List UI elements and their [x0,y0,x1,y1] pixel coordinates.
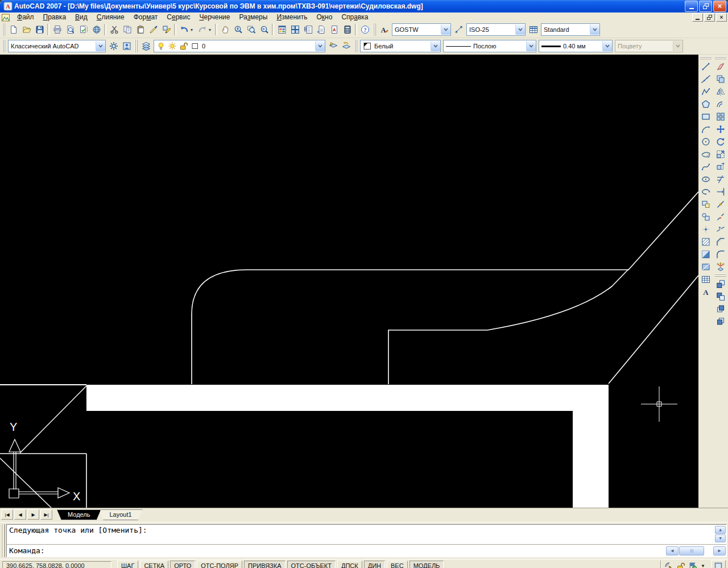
my-workspace-button[interactable] [120,40,133,52]
mdi-minimize-button[interactable] [692,13,703,22]
cut-button[interactable] [107,23,121,36]
polygon-button[interactable] [699,98,713,110]
undo-button[interactable] [177,23,191,36]
save-button[interactable] [33,23,46,36]
copy-button[interactable] [714,73,727,85]
scale-button[interactable] [714,148,727,160]
lineweight-combo[interactable]: 0.40 мм [539,40,613,52]
table-button[interactable] [699,273,713,286]
chevron-down-icon[interactable] [526,41,536,51]
chevron-down-icon[interactable] [515,24,525,35]
redo-button[interactable] [196,23,209,36]
chevron-down-icon[interactable] [96,41,105,51]
toggle-ДПСК[interactable]: ДПСК [337,561,362,568]
tray-menu-arrow[interactable]: ▼ [700,563,706,568]
tab-model[interactable]: Модель [57,509,101,520]
workspace-settings-button[interactable] [107,40,120,52]
match-properties-button[interactable] [147,23,160,36]
tab-layout1[interactable]: Layout1 [98,509,142,520]
toolbar-grip[interactable] [373,23,376,36]
close-button[interactable]: × [713,1,726,12]
scroll-up-button[interactable]: ▲ [715,526,726,534]
toggle-ОТС-ПОЛЯР[interactable]: ОТС-ПОЛЯР [197,561,242,568]
region-button[interactable] [699,261,713,273]
mdi-close-button[interactable]: × [716,13,727,22]
toggle-СЕТКА[interactable]: СЕТКА [140,561,168,568]
publish-button[interactable] [77,23,90,36]
text-style-combo[interactable]: GOSTW [392,23,451,36]
extend-button[interactable] [714,186,727,198]
dim-style-button[interactable] [452,23,465,36]
scroll-left-button[interactable]: ◀ [666,546,679,555]
pan-realtime-button[interactable] [218,23,231,36]
dim-style-combo[interactable]: ISO-25 [466,23,526,36]
polyline-button[interactable] [699,85,713,98]
erase-button[interactable] [714,60,727,73]
toggle-ОРТО[interactable]: ОРТО [170,561,195,568]
layer-properties-button[interactable] [139,40,152,52]
copy-clip-button[interactable] [121,23,134,36]
quickcalc-button[interactable] [341,23,354,36]
undo-dropdown-arrow[interactable]: ▾ [191,23,196,36]
offset-button[interactable] [714,98,727,110]
designcenter-button[interactable] [288,23,301,36]
text-style-button[interactable]: A [378,23,391,36]
menu-Сервис[interactable]: Сервис [162,13,195,21]
layer-color-swatch[interactable] [191,42,200,51]
restore-button[interactable] [699,1,712,12]
toolbar-grip[interactable] [715,274,726,277]
plot-button[interactable] [51,23,64,36]
chevron-down-icon[interactable] [431,41,440,51]
explode-button[interactable] [714,261,727,273]
open-button[interactable] [20,23,33,36]
scroll-right-button[interactable]: ▶ [713,546,726,555]
command-text-area[interactable]: Следующая точка или [Отменить]: ▲ ▼ Кома… [6,524,727,557]
insert-block-button[interactable] [699,198,713,211]
point-button[interactable] [699,223,713,236]
zoom-realtime-button[interactable] [231,23,245,36]
make-object-layer-current-button[interactable] [326,40,340,52]
draworder-back-button[interactable] [714,290,727,303]
chamfer-button[interactable] [714,236,727,248]
command-window-grip[interactable] [1,524,5,557]
draworder-front-button[interactable] [714,278,727,290]
toolbar-grip[interactable] [2,23,5,36]
join-button[interactable] [714,223,727,236]
chevron-down-icon[interactable] [441,24,450,35]
layer-previous-button[interactable] [340,40,353,52]
draworder-under-button[interactable] [714,315,727,328]
make-block-button[interactable] [699,211,713,223]
menu-Вид[interactable]: Вид [71,13,92,21]
layer-lock-icon[interactable] [179,42,188,51]
line-button[interactable] [699,60,713,73]
move-button[interactable] [714,123,727,135]
sheet-set-manager-button[interactable] [315,23,328,36]
standards-check-tray-icon[interactable] [688,561,698,568]
toggle-ВЕС[interactable]: ВЕС [387,561,408,568]
break-at-point-button[interactable] [714,198,727,211]
color-combo[interactable]: Белый [360,40,441,52]
fillet-button[interactable] [714,248,727,261]
communication-center-tray-icon[interactable] [664,561,674,568]
scroll-down-button[interactable]: ▼ [715,534,726,542]
tab-nav-first-button[interactable]: |◀ [1,509,13,520]
table-style-combo[interactable]: Standard [541,23,600,36]
help-button[interactable]: ? [358,23,371,36]
toggle-ПРИВЯЗКА[interactable]: ПРИВЯЗКА [244,561,285,568]
toggle-ДИН[interactable]: ДИН [364,561,385,568]
clean-screen-button[interactable] [711,560,726,568]
circle-button[interactable] [699,135,713,148]
drawing-canvas[interactable]: YX [0,55,698,508]
tab-nav-last-button[interactable]: ▶| [40,509,52,520]
stretch-button[interactable] [714,160,727,173]
paste-button[interactable] [134,23,147,36]
block-editor-button[interactable] [160,23,173,36]
spline-button[interactable] [699,160,713,173]
coordinates-readout[interactable]: 390.6625, 758.0828, 0.0000 [2,561,111,568]
array-button[interactable] [714,110,727,123]
chevron-down-icon[interactable] [590,24,599,35]
toolbar-grip[interactable] [135,40,138,52]
qnew-button[interactable] [7,23,20,36]
3d-dwf-button[interactable] [90,23,103,36]
toggle-ШАГ[interactable]: ШАГ [117,561,138,568]
